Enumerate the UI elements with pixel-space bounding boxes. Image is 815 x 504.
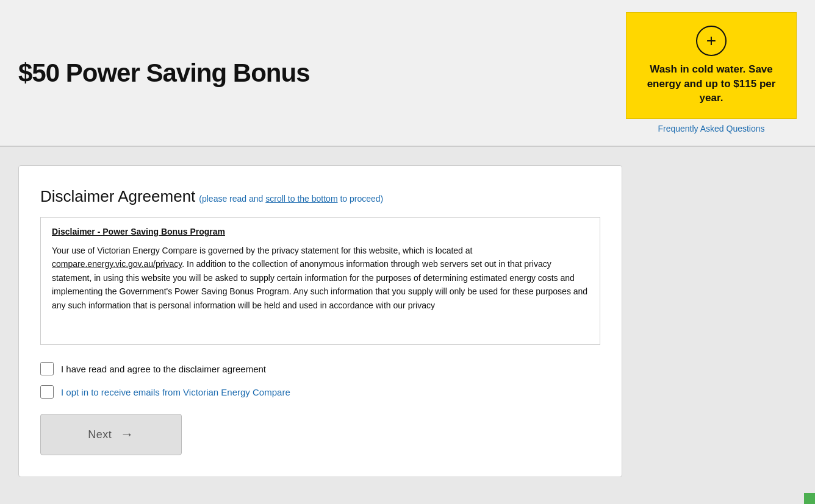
- tip-card: + Wash in cold water. Save energy and up…: [626, 12, 797, 119]
- checkbox-group: I have read and agree to the disclaimer …: [40, 362, 600, 399]
- checkbox-optin-row: I opt in to receive emails from Victoria…: [40, 385, 600, 399]
- privacy-link[interactable]: compare.energy.vic.gov.au/privacy: [52, 259, 182, 269]
- next-button[interactable]: Next →: [40, 414, 182, 455]
- checkbox-optin-label: I opt in to receive emails from Victoria…: [61, 387, 290, 397]
- disclaimer-subtitle-before: (please read and: [199, 194, 265, 204]
- page-title: $50 Power Saving Bonus: [18, 59, 310, 88]
- checkbox-agree-row: I have read and agree to the disclaimer …: [40, 362, 600, 375]
- checkbox-agree[interactable]: [40, 362, 54, 375]
- disclaimer-subtitle: (please read and scroll to the bottom to…: [199, 194, 383, 204]
- faq-link[interactable]: Frequently Asked Questions: [658, 124, 764, 133]
- disclaimer-title-text: Disclaimer Agreement: [40, 187, 195, 206]
- checkbox-optin[interactable]: [40, 385, 54, 399]
- disclaimer-subtitle-after: to proceed): [338, 194, 384, 204]
- tip-card-text: Wash in cold water. Save energy and up t…: [639, 62, 784, 105]
- checkbox-agree-label: I have read and agree to the disclaimer …: [61, 364, 266, 374]
- status-indicator: [804, 493, 815, 504]
- disclaimer-scroll-box[interactable]: Disclaimer - Power Saving Bonus Program …: [40, 217, 600, 345]
- scroll-to-bottom-link[interactable]: scroll to the bottom: [265, 194, 337, 204]
- header-section: $50 Power Saving Bonus + Wash in cold wa…: [0, 0, 815, 147]
- disclaimer-inner-text: Your use of Victorian Energy Compare is …: [52, 244, 589, 312]
- plus-icon: +: [696, 26, 727, 56]
- main-area: Disclaimer Agreement (please read and sc…: [0, 147, 815, 489]
- next-arrow-icon: →: [120, 427, 134, 442]
- disclaimer-inner-title: Disclaimer - Power Saving Bonus Program: [52, 227, 589, 236]
- disclaimer-heading: Disclaimer Agreement (please read and sc…: [40, 187, 600, 206]
- next-button-label: Next: [88, 428, 112, 441]
- form-card: Disclaimer Agreement (please read and sc…: [18, 165, 622, 477]
